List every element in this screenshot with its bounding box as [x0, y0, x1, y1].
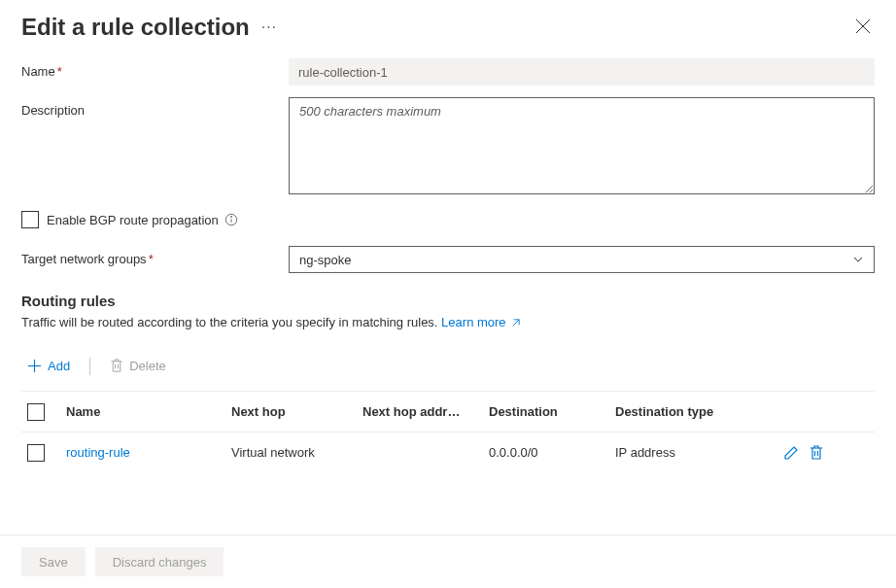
- target-network-groups-value: ng-spoke: [299, 253, 351, 267]
- name-label: Name*: [21, 58, 289, 79]
- plus-icon: [27, 359, 42, 373]
- description-label: Description: [21, 97, 289, 118]
- close-icon: [855, 18, 871, 34]
- svg-line-5: [512, 320, 518, 326]
- toolbar-separator: [89, 358, 90, 375]
- save-button: Save: [21, 547, 86, 576]
- close-button[interactable]: [851, 15, 875, 41]
- delete-button: Delete: [104, 355, 172, 377]
- col-header-name: Name: [66, 404, 231, 419]
- discard-button: Discard changes: [95, 547, 224, 576]
- table-row: routing-rule Virtual network 0.0.0.0/0 I…: [21, 432, 875, 472]
- col-header-destinationtype: Destination type: [615, 404, 756, 419]
- cell-destinationtype: IP address: [615, 445, 756, 460]
- col-header-destination: Destination: [489, 404, 615, 419]
- chevron-down-icon: [852, 254, 864, 265]
- rule-name-link[interactable]: routing-rule: [66, 445, 130, 460]
- page-title: Edit a rule collection: [21, 14, 250, 41]
- row-checkbox[interactable]: [27, 444, 45, 462]
- routing-rules-table: Name Next hop Next hop addr… Destination…: [21, 391, 875, 472]
- add-button[interactable]: Add: [21, 355, 76, 377]
- routing-rules-heading: Routing rules: [21, 293, 875, 309]
- select-all-checkbox[interactable]: [27, 403, 45, 421]
- learn-more-link[interactable]: Learn more: [441, 315, 520, 329]
- info-icon[interactable]: [224, 213, 238, 226]
- target-network-groups-label: Target network groups*: [21, 246, 289, 266]
- delete-row-icon[interactable]: [809, 445, 824, 461]
- bgp-label: Enable BGP route propagation: [47, 213, 219, 227]
- cell-nexthop: Virtual network: [231, 445, 362, 460]
- routing-rules-subtitle: Traffic will be routed according to the …: [21, 315, 875, 329]
- description-textarea[interactable]: [289, 97, 875, 194]
- target-network-groups-select[interactable]: ng-spoke: [289, 246, 875, 273]
- add-label: Add: [48, 359, 70, 373]
- col-header-nexthop: Next hop: [231, 404, 362, 419]
- cell-destination: 0.0.0.0/0: [489, 445, 615, 460]
- bgp-checkbox[interactable]: [21, 211, 39, 228]
- trash-icon: [110, 359, 123, 373]
- external-link-icon: [510, 318, 521, 329]
- more-actions-icon[interactable]: ···: [261, 18, 277, 36]
- name-input: [289, 58, 875, 86]
- svg-point-4: [230, 216, 231, 217]
- col-header-nexthopaddr: Next hop addr…: [362, 404, 489, 419]
- delete-label: Delete: [129, 359, 166, 373]
- edit-icon[interactable]: [783, 445, 799, 461]
